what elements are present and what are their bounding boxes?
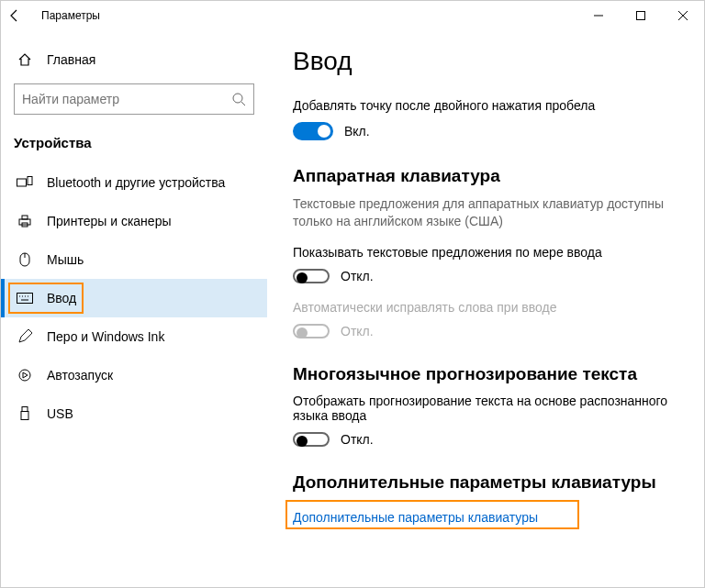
pen-icon bbox=[14, 329, 36, 344]
sidebar-category: Устройства bbox=[14, 135, 254, 150]
sidebar-home-label: Главная bbox=[47, 52, 95, 67]
sidebar-item-mouse[interactable]: Мышь bbox=[1, 240, 267, 279]
sidebar-item-usb[interactable]: USB bbox=[1, 394, 267, 433]
sidebar-item-pen[interactable]: Перо и Windows Ink bbox=[1, 317, 267, 356]
svg-rect-21 bbox=[21, 412, 28, 420]
minimize-button[interactable] bbox=[577, 1, 620, 30]
toggle-double-space[interactable] bbox=[293, 122, 333, 140]
section-multilingual: Многоязычное прогнозирование текста bbox=[293, 364, 678, 384]
toggle-state: Вкл. bbox=[344, 124, 370, 139]
search-icon bbox=[231, 92, 246, 106]
sidebar-item-label: Ввод bbox=[47, 291, 76, 305]
maximize-button[interactable] bbox=[620, 1, 662, 30]
sidebar-nav: Bluetooth и другие устройства Принтеры и… bbox=[14, 163, 254, 433]
devices-icon bbox=[14, 176, 36, 189]
sidebar-item-label: Мышь bbox=[47, 252, 84, 267]
search-box[interactable] bbox=[14, 83, 254, 115]
setting-label-multilingual: Отображать прогнозирование текста на осн… bbox=[293, 394, 678, 423]
sidebar-item-label: Bluetooth и другие устройства bbox=[47, 175, 225, 190]
toggle-state: Откл. bbox=[341, 432, 374, 447]
sidebar-item-autoplay[interactable]: Автозапуск bbox=[1, 356, 267, 394]
page-title: Ввод bbox=[293, 47, 678, 76]
settings-window: Параметры Главная Устройства bbox=[0, 0, 705, 588]
sidebar-home[interactable]: Главная bbox=[14, 41, 254, 78]
svg-rect-7 bbox=[28, 177, 32, 185]
svg-line-5 bbox=[241, 102, 245, 105]
sidebar-item-printers[interactable]: Принтеры и сканеры bbox=[1, 202, 267, 240]
close-button[interactable] bbox=[662, 1, 704, 30]
toggle-multilingual[interactable] bbox=[293, 432, 330, 447]
svg-point-4 bbox=[233, 94, 242, 103]
content-pane: Ввод Добавлять точку после двойного нажа… bbox=[267, 30, 704, 587]
mouse-icon bbox=[14, 252, 36, 267]
toggle-state: Откл. bbox=[341, 269, 374, 283]
sidebar-item-label: Автозапуск bbox=[47, 368, 113, 383]
back-button[interactable] bbox=[8, 9, 30, 22]
window-title: Параметры bbox=[41, 9, 100, 22]
svg-rect-1 bbox=[637, 12, 645, 20]
home-icon bbox=[14, 52, 36, 67]
setting-label-autocorrect: Автоматически исправлять слова при вводе bbox=[293, 300, 678, 315]
toggle-state: Откл. bbox=[341, 324, 374, 338]
sidebar-item-bluetooth[interactable]: Bluetooth и другие устройства bbox=[1, 163, 267, 202]
sidebar-item-typing[interactable]: Ввод bbox=[1, 279, 267, 317]
svg-rect-20 bbox=[22, 407, 28, 412]
sidebar-item-label: Перо и Windows Ink bbox=[47, 329, 164, 344]
section-advanced-keyboard: Дополнительные параметры клавиатуры bbox=[293, 472, 678, 493]
link-advanced-keyboard[interactable]: Дополнительные параметры клавиатуры bbox=[293, 510, 538, 525]
svg-rect-13 bbox=[17, 294, 33, 304]
sidebar: Главная Устройства Bluetooth и другие ус… bbox=[1, 30, 267, 587]
setting-label-double-space: Добавлять точку после двойного нажатия п… bbox=[293, 98, 678, 113]
search-input[interactable] bbox=[22, 92, 231, 106]
printer-icon bbox=[14, 214, 36, 228]
svg-point-19 bbox=[19, 370, 30, 381]
usb-icon bbox=[14, 406, 36, 421]
keyboard-icon bbox=[14, 293, 36, 304]
autoplay-icon bbox=[14, 368, 36, 383]
sidebar-item-label: USB bbox=[47, 406, 73, 421]
titlebar: Параметры bbox=[1, 1, 704, 30]
sidebar-item-label: Принтеры и сканеры bbox=[47, 214, 171, 228]
section-hardware-keyboard: Аппаратная клавиатура bbox=[293, 166, 678, 186]
toggle-autocorrect bbox=[293, 324, 330, 338]
svg-rect-6 bbox=[17, 179, 27, 186]
toggle-suggestions[interactable] bbox=[293, 269, 330, 283]
svg-rect-8 bbox=[19, 219, 30, 225]
hardware-keyboard-desc: Текстовые предложения для аппаратных кла… bbox=[293, 195, 678, 230]
setting-label-suggestions: Показывать текстовые предложения по мере… bbox=[293, 245, 678, 260]
svg-rect-9 bbox=[22, 216, 28, 219]
